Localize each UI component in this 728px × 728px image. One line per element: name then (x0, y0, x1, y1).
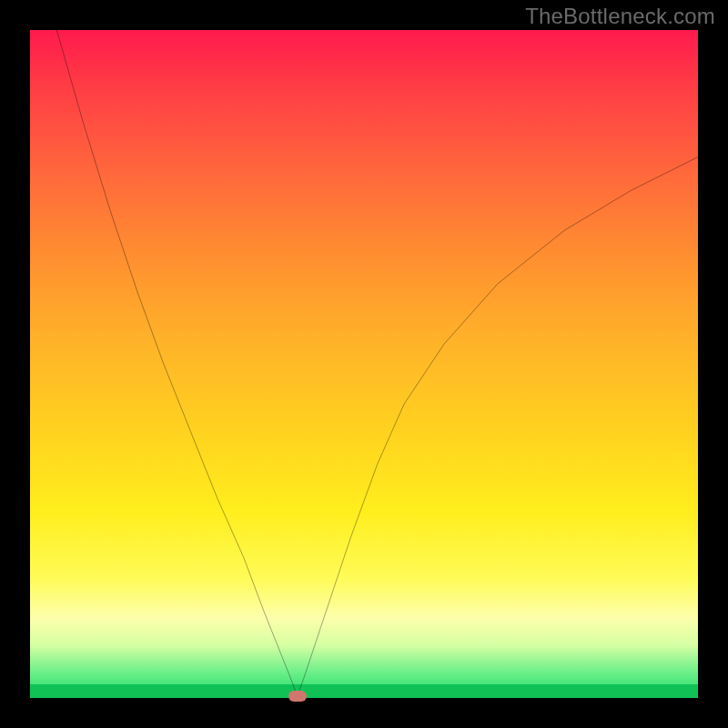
watermark-text: TheBottleneck.com (525, 4, 715, 29)
bottleneck-curve (30, 30, 698, 698)
curve-path (56, 30, 698, 696)
chart-frame: TheBottleneck.com (0, 0, 728, 728)
optimum-marker (288, 691, 307, 702)
plot-area (30, 30, 698, 698)
